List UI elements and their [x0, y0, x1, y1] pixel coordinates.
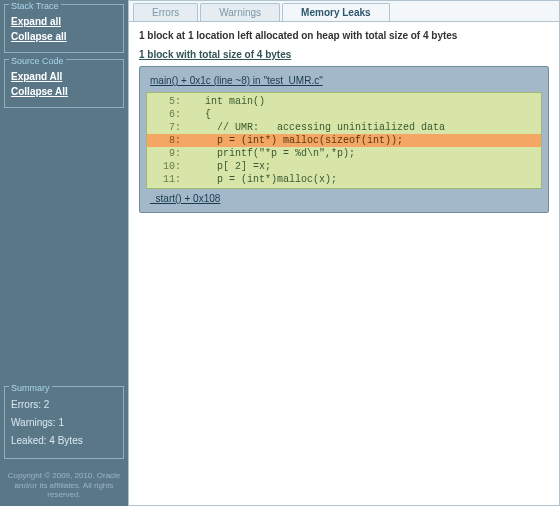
tab-warnings[interactable]: Warnings — [200, 3, 280, 21]
leak-subheading[interactable]: 1 block with total size of 4 bytes — [139, 49, 549, 60]
summary-errors: Errors: 2 — [11, 396, 117, 414]
frame-main[interactable]: main() + 0x1c (line ~8) in "test_UMR.c" — [146, 73, 542, 92]
code-line: 7: // UMR: accessing uninitialized data — [147, 121, 541, 134]
code-line: 6: { — [147, 108, 541, 121]
source-code-panel: Source Code Expand All Collapse All — [4, 59, 124, 108]
summary-warnings: Warnings: 1 — [11, 414, 117, 432]
summary-title: Summary — [9, 383, 52, 393]
content: 1 block at 1 location left allocated on … — [129, 22, 559, 225]
code-line: 10: p[ 2] =x; — [147, 160, 541, 173]
tab-memory-leaks[interactable]: Memory Leaks — [282, 3, 389, 21]
code-line: 5: int main() — [147, 95, 541, 108]
expand-all-stack[interactable]: Expand all — [11, 14, 117, 29]
frame-start[interactable]: _start() + 0x108 — [146, 189, 542, 206]
stack-trace-panel: Stack Trace Expand all Collapse all — [4, 4, 124, 53]
source-code-title: Source Code — [9, 56, 66, 66]
tab-bar: Errors Warnings Memory Leaks — [129, 1, 559, 22]
code-line: 11: p = (int*)malloc(x); — [147, 173, 541, 186]
summary-panel: Summary Errors: 2 Warnings: 1 Leaked: 4 … — [4, 386, 124, 459]
expand-all-source[interactable]: Expand All — [11, 69, 117, 84]
sidebar: Stack Trace Expand all Collapse all Sour… — [0, 0, 128, 506]
collapse-all-source[interactable]: Collapse All — [11, 84, 117, 99]
leak-heading: 1 block at 1 location left allocated on … — [139, 30, 549, 41]
stack-frame-block: main() + 0x1c (line ~8) in "test_UMR.c" … — [139, 66, 549, 213]
collapse-all-stack[interactable]: Collapse all — [11, 29, 117, 44]
source-listing: 5: int main() 6: { 7: // UMR: accessing … — [146, 92, 542, 189]
code-line-highlight: 8: p = (int*) malloc(sizeof(int)); — [147, 134, 541, 147]
tab-errors[interactable]: Errors — [133, 3, 198, 21]
code-line: 9: printf("*p = %d\n",*p); — [147, 147, 541, 160]
copyright: Copyright © 2009, 2010. Oracle and/or it… — [4, 469, 124, 502]
stack-trace-title: Stack Trace — [9, 1, 61, 11]
main-area: Errors Warnings Memory Leaks 1 block at … — [128, 0, 560, 506]
summary-leaked: Leaked: 4 Bytes — [11, 432, 117, 450]
